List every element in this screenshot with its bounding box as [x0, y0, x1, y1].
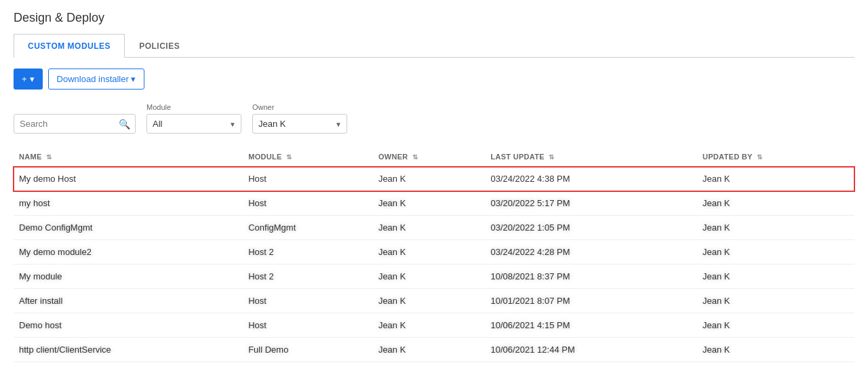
- table-body: My demo HostHostJean K03/24/2022 4:38 PM…: [14, 167, 854, 362]
- name-sort-icon: ⇅: [46, 153, 52, 161]
- add-button-label: ▾: [30, 74, 35, 84]
- cell-name: My demo module2: [14, 240, 243, 264]
- table-row[interactable]: My moduleHost 2Jean K10/08/2021 8:37 PMJ…: [14, 264, 854, 289]
- tab-policies[interactable]: POLICIES: [125, 34, 194, 58]
- cell-last_update: 10/08/2021 8:37 PM: [485, 264, 697, 289]
- cell-module: Host: [243, 313, 373, 338]
- table-row[interactable]: http client/ClientServiceFull DemoJean K…: [14, 338, 854, 362]
- cell-module: Host: [243, 191, 373, 216]
- add-icon: +: [22, 74, 27, 84]
- cell-last_update: 10/06/2021 12:44 PM: [485, 338, 697, 362]
- table-row[interactable]: Demo hostHostJean K10/06/2021 4:15 PMJea…: [14, 313, 854, 338]
- cell-updated_by: Jean K: [697, 167, 854, 191]
- search-wrapper: 🔍: [14, 114, 136, 134]
- download-installer-label: Download installer ▾: [57, 74, 136, 84]
- add-button[interactable]: + ▾: [14, 68, 43, 90]
- table-row[interactable]: Demo ConfigMgmtConfigMgmtJean K03/20/202…: [14, 216, 854, 240]
- cell-updated_by: Jean K: [697, 338, 854, 362]
- cell-module: Full Demo: [243, 338, 373, 362]
- cell-name: After install: [14, 289, 243, 313]
- cell-owner: Jean K: [373, 313, 486, 338]
- tabs-bar: CUSTOM MODULES POLICIES: [14, 33, 854, 58]
- app-container: Design & Deploy CUSTOM MODULES POLICIES …: [0, 0, 868, 392]
- cell-updated_by: Jean K: [697, 313, 854, 338]
- cell-module: Host 2: [243, 264, 373, 289]
- cell-owner: Jean K: [373, 338, 486, 362]
- table-header-row: NAME ⇅ MODULE ⇅ OWNER ⇅ LAST UPDATE ⇅ UP…: [14, 147, 854, 167]
- cell-updated_by: Jean K: [697, 289, 854, 313]
- cell-name: Demo ConfigMgmt: [14, 216, 243, 240]
- cell-updated_by: Jean K: [697, 240, 854, 264]
- cell-last_update: 03/24/2022 4:38 PM: [485, 167, 697, 191]
- data-table: NAME ⇅ MODULE ⇅ OWNER ⇅ LAST UPDATE ⇅ UP…: [14, 147, 854, 362]
- last-update-sort-icon: ⇅: [549, 153, 554, 161]
- owner-sort-icon: ⇅: [412, 153, 418, 161]
- owner-filter-group: Owner Jean K All ▼: [252, 103, 347, 134]
- cell-name: My demo Host: [14, 167, 243, 191]
- module-filter-label: Module: [146, 103, 241, 111]
- module-select[interactable]: All Host ConfigMgmt Full Demo: [146, 114, 241, 134]
- col-header-updated-by[interactable]: UPDATED BY ⇅: [697, 147, 854, 167]
- module-select-wrapper: All Host ConfigMgmt Full Demo ▼: [146, 114, 241, 134]
- module-filter-group: Module All Host ConfigMgmt Full Demo ▼: [146, 103, 241, 134]
- cell-updated_by: Jean K: [697, 216, 854, 240]
- owner-select[interactable]: Jean K All: [252, 114, 347, 134]
- cell-name: http client/ClientService: [14, 338, 243, 362]
- module-sort-icon: ⇅: [286, 153, 292, 161]
- col-header-last-update[interactable]: LAST UPDATE ⇅: [485, 147, 697, 167]
- col-header-owner[interactable]: OWNER ⇅: [373, 147, 486, 167]
- col-header-module[interactable]: MODULE ⇅: [243, 147, 373, 167]
- page-title: Design & Deploy: [14, 11, 854, 25]
- tab-custom-modules[interactable]: CUSTOM MODULES: [14, 34, 125, 58]
- search-icon: 🔍: [119, 119, 130, 130]
- cell-owner: Jean K: [373, 264, 486, 289]
- search-input[interactable]: [14, 114, 136, 134]
- cell-name: My module: [14, 264, 243, 289]
- cell-module: ConfigMgmt: [243, 216, 373, 240]
- cell-last_update: 10/01/2021 8:07 PM: [485, 289, 697, 313]
- updated-by-sort-icon: ⇅: [757, 153, 762, 161]
- cell-last_update: 03/20/2022 1:05 PM: [485, 216, 697, 240]
- cell-owner: Jean K: [373, 191, 486, 216]
- search-filter-group: 🔍: [14, 114, 136, 134]
- table-row[interactable]: My demo module2Host 2Jean K03/24/2022 4:…: [14, 240, 854, 264]
- owner-filter-label: Owner: [252, 103, 347, 111]
- table-row[interactable]: My demo HostHostJean K03/24/2022 4:38 PM…: [14, 167, 854, 191]
- cell-owner: Jean K: [373, 289, 486, 313]
- cell-owner: Jean K: [373, 216, 486, 240]
- cell-owner: Jean K: [373, 240, 486, 264]
- cell-last_update: 03/24/2022 4:28 PM: [485, 240, 697, 264]
- cell-name: my host: [14, 191, 243, 216]
- cell-module: Host: [243, 289, 373, 313]
- cell-name: Demo host: [14, 313, 243, 338]
- col-header-name[interactable]: NAME ⇅: [14, 147, 243, 167]
- table-header: NAME ⇅ MODULE ⇅ OWNER ⇅ LAST UPDATE ⇅ UP…: [14, 147, 854, 167]
- table-row[interactable]: After installHostJean K10/01/2021 8:07 P…: [14, 289, 854, 313]
- owner-select-wrapper: Jean K All ▼: [252, 114, 347, 134]
- cell-owner: Jean K: [373, 167, 486, 191]
- download-installer-button[interactable]: Download installer ▾: [48, 68, 145, 90]
- filters-bar: 🔍 Module All Host ConfigMgmt Full Demo ▼…: [14, 103, 854, 134]
- cell-last_update: 10/06/2021 4:15 PM: [485, 313, 697, 338]
- cell-module: Host 2: [243, 240, 373, 264]
- cell-last_update: 03/20/2022 5:17 PM: [485, 191, 697, 216]
- cell-updated_by: Jean K: [697, 191, 854, 216]
- table-row[interactable]: my hostHostJean K03/20/2022 5:17 PMJean …: [14, 191, 854, 216]
- cell-module: Host: [243, 167, 373, 191]
- toolbar: + ▾ Download installer ▾: [14, 68, 854, 90]
- cell-updated_by: Jean K: [697, 264, 854, 289]
